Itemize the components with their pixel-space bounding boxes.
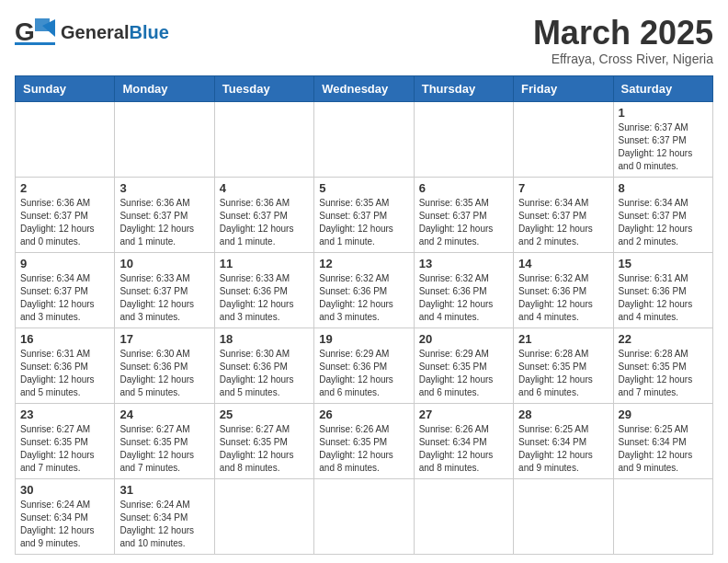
calendar-week-3: 9Sunrise: 6:34 AM Sunset: 6:37 PM Daylig… <box>16 252 713 327</box>
day-info: Sunrise: 6:33 AM Sunset: 6:37 PM Dayligh… <box>119 272 209 324</box>
calendar-cell: 26Sunrise: 6:26 AM Sunset: 6:35 PM Dayli… <box>314 403 414 478</box>
day-info: Sunrise: 6:27 AM Sunset: 6:35 PM Dayligh… <box>220 423 309 475</box>
calendar-cell: 13Sunrise: 6:32 AM Sunset: 6:36 PM Dayli… <box>414 252 513 327</box>
day-info: Sunrise: 6:36 AM Sunset: 6:37 PM Dayligh… <box>220 197 309 248</box>
day-number: 26 <box>319 408 408 421</box>
calendar-cell: 19Sunrise: 6:29 AM Sunset: 6:36 PM Dayli… <box>314 327 414 403</box>
day-info: Sunrise: 6:31 AM Sunset: 6:36 PM Dayligh… <box>619 272 708 324</box>
day-number: 15 <box>619 257 708 270</box>
calendar-cell: 9Sunrise: 6:34 AM Sunset: 6:37 PM Daylig… <box>16 252 115 327</box>
calendar-cell: 28Sunrise: 6:25 AM Sunset: 6:34 PM Dayli… <box>514 403 613 478</box>
day-info: Sunrise: 6:28 AM Sunset: 6:35 PM Dayligh… <box>518 348 608 399</box>
logo: G GeneralBlue <box>15 15 169 50</box>
day-number: 29 <box>619 408 708 421</box>
day-info: Sunrise: 6:32 AM Sunset: 6:36 PM Dayligh… <box>319 272 408 324</box>
day-number: 24 <box>119 408 209 421</box>
calendar-cell: 5Sunrise: 6:35 AM Sunset: 6:37 PM Daylig… <box>314 177 414 252</box>
calendar-cell: 14Sunrise: 6:32 AM Sunset: 6:36 PM Dayli… <box>514 252 613 327</box>
calendar-cell <box>514 478 613 554</box>
day-number: 11 <box>220 257 309 270</box>
calendar-cell: 30Sunrise: 6:24 AM Sunset: 6:34 PM Dayli… <box>16 478 115 554</box>
day-number: 8 <box>619 181 708 195</box>
calendar-cell: 12Sunrise: 6:32 AM Sunset: 6:36 PM Dayli… <box>314 252 414 327</box>
day-number: 16 <box>20 332 109 346</box>
calendar-cell <box>16 101 115 177</box>
title-area: March 2025 Effraya, Cross River, Nigeria <box>533 15 713 66</box>
calendar-cell: 2Sunrise: 6:36 AM Sunset: 6:37 PM Daylig… <box>16 177 115 252</box>
calendar-cell: 20Sunrise: 6:29 AM Sunset: 6:35 PM Dayli… <box>414 327 513 403</box>
day-number: 21 <box>518 332 608 346</box>
day-number: 28 <box>518 408 608 421</box>
calendar-cell <box>314 478 414 554</box>
calendar-cell <box>314 101 414 177</box>
day-number: 30 <box>20 483 109 497</box>
day-info: Sunrise: 6:27 AM Sunset: 6:35 PM Dayligh… <box>20 423 109 475</box>
day-number: 20 <box>419 332 508 346</box>
calendar-cell: 25Sunrise: 6:27 AM Sunset: 6:35 PM Dayli… <box>214 403 313 478</box>
calendar-week-5: 23Sunrise: 6:27 AM Sunset: 6:35 PM Dayli… <box>16 403 713 478</box>
day-info: Sunrise: 6:29 AM Sunset: 6:35 PM Dayligh… <box>419 348 508 399</box>
calendar-table: SundayMondayTuesdayWednesdayThursdayFrid… <box>15 75 713 555</box>
day-info: Sunrise: 6:25 AM Sunset: 6:34 PM Dayligh… <box>619 423 708 475</box>
calendar-cell: 23Sunrise: 6:27 AM Sunset: 6:35 PM Dayli… <box>16 403 115 478</box>
logo-blue: Blue <box>129 22 168 42</box>
calendar-cell: 31Sunrise: 6:24 AM Sunset: 6:34 PM Dayli… <box>115 478 214 554</box>
day-info: Sunrise: 6:30 AM Sunset: 6:36 PM Dayligh… <box>119 348 209 399</box>
day-info: Sunrise: 6:30 AM Sunset: 6:36 PM Dayligh… <box>220 348 309 399</box>
day-number: 18 <box>220 332 309 346</box>
day-info: Sunrise: 6:25 AM Sunset: 6:34 PM Dayligh… <box>518 423 608 475</box>
calendar-cell: 22Sunrise: 6:28 AM Sunset: 6:35 PM Dayli… <box>613 327 712 403</box>
day-info: Sunrise: 6:26 AM Sunset: 6:35 PM Dayligh… <box>319 423 408 475</box>
day-info: Sunrise: 6:31 AM Sunset: 6:36 PM Dayligh… <box>20 348 109 399</box>
svg-rect-3 <box>15 42 55 45</box>
calendar-week-6: 30Sunrise: 6:24 AM Sunset: 6:34 PM Dayli… <box>16 478 713 554</box>
location: Effraya, Cross River, Nigeria <box>533 52 713 66</box>
day-number: 27 <box>419 408 508 421</box>
day-info: Sunrise: 6:29 AM Sunset: 6:36 PM Dayligh… <box>319 348 408 399</box>
day-info: Sunrise: 6:28 AM Sunset: 6:35 PM Dayligh… <box>619 348 708 399</box>
day-number: 5 <box>319 181 408 195</box>
calendar-cell: 4Sunrise: 6:36 AM Sunset: 6:37 PM Daylig… <box>214 177 313 252</box>
calendar-cell <box>214 101 313 177</box>
weekday-header-friday: Friday <box>514 75 613 101</box>
calendar-cell: 10Sunrise: 6:33 AM Sunset: 6:37 PM Dayli… <box>115 252 214 327</box>
calendar-cell: 17Sunrise: 6:30 AM Sunset: 6:36 PM Dayli… <box>115 327 214 403</box>
calendar-cell: 16Sunrise: 6:31 AM Sunset: 6:36 PM Dayli… <box>16 327 115 403</box>
logo-icon: G <box>15 15 55 50</box>
calendar-cell <box>514 101 613 177</box>
weekday-header-sunday: Sunday <box>16 75 115 101</box>
day-info: Sunrise: 6:27 AM Sunset: 6:35 PM Dayligh… <box>119 423 209 475</box>
weekday-header-thursday: Thursday <box>414 75 513 101</box>
day-info: Sunrise: 6:24 AM Sunset: 6:34 PM Dayligh… <box>20 499 109 550</box>
month-title: March 2025 <box>533 15 713 52</box>
day-number: 31 <box>119 483 209 497</box>
day-number: 13 <box>419 257 508 270</box>
day-info: Sunrise: 6:34 AM Sunset: 6:37 PM Dayligh… <box>20 272 109 324</box>
calendar-week-4: 16Sunrise: 6:31 AM Sunset: 6:36 PM Dayli… <box>16 327 713 403</box>
day-number: 25 <box>220 408 309 421</box>
day-info: Sunrise: 6:32 AM Sunset: 6:36 PM Dayligh… <box>419 272 508 324</box>
day-info: Sunrise: 6:34 AM Sunset: 6:37 PM Dayligh… <box>518 197 608 248</box>
calendar-cell: 6Sunrise: 6:35 AM Sunset: 6:37 PM Daylig… <box>414 177 513 252</box>
day-info: Sunrise: 6:35 AM Sunset: 6:37 PM Dayligh… <box>319 197 408 248</box>
svg-text:G: G <box>15 17 35 46</box>
day-info: Sunrise: 6:34 AM Sunset: 6:37 PM Dayligh… <box>619 197 708 248</box>
day-number: 12 <box>319 257 408 270</box>
calendar-week-2: 2Sunrise: 6:36 AM Sunset: 6:37 PM Daylig… <box>16 177 713 252</box>
calendar-cell: 18Sunrise: 6:30 AM Sunset: 6:36 PM Dayli… <box>214 327 313 403</box>
day-info: Sunrise: 6:32 AM Sunset: 6:36 PM Dayligh… <box>518 272 608 324</box>
calendar-cell: 29Sunrise: 6:25 AM Sunset: 6:34 PM Dayli… <box>613 403 712 478</box>
calendar-cell: 3Sunrise: 6:36 AM Sunset: 6:37 PM Daylig… <box>115 177 214 252</box>
calendar-cell <box>414 101 513 177</box>
day-number: 19 <box>319 332 408 346</box>
day-number: 6 <box>419 181 508 195</box>
day-number: 7 <box>518 181 608 195</box>
day-number: 10 <box>119 257 209 270</box>
weekday-header-row: SundayMondayTuesdayWednesdayThursdayFrid… <box>16 75 713 101</box>
day-number: 2 <box>20 181 109 195</box>
day-info: Sunrise: 6:36 AM Sunset: 6:37 PM Dayligh… <box>119 197 209 248</box>
calendar-cell <box>414 478 513 554</box>
calendar-week-1: 1Sunrise: 6:37 AM Sunset: 6:37 PM Daylig… <box>16 101 713 177</box>
calendar-cell <box>613 478 712 554</box>
logo-general: General <box>61 22 129 42</box>
